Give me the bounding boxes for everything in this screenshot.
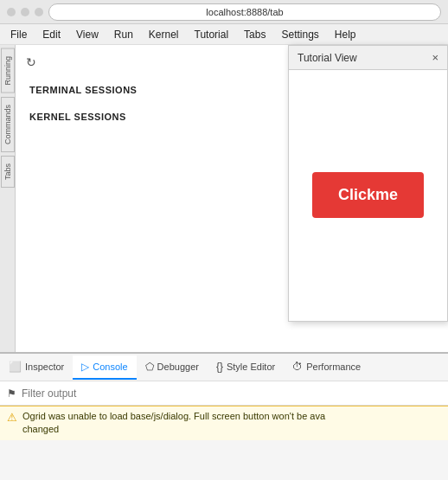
devtools-tabs-bar: ⬜ Inspector ▷ Console ⬠ Debugger {} Styl… — [0, 354, 448, 381]
console-message: Ogrid was unable to load base/js/dialog.… — [22, 410, 325, 437]
menu-view[interactable]: View — [69, 27, 106, 42]
sidebar-running[interactable]: Running — [1, 48, 15, 93]
filter-output-input[interactable] — [22, 387, 441, 400]
menu-bar: File Edit View Run Kernel Tutorial Tabs … — [0, 24, 448, 45]
menu-run[interactable]: Run — [107, 27, 140, 42]
kernel-sessions-label: KERNEL SESSIONS — [29, 112, 126, 122]
style-editor-icon: {} — [216, 361, 223, 373]
tab-performance-label: Performance — [306, 362, 361, 372]
devtools-panel: ⬜ Inspector ▷ Console ⬠ Debugger {} Styl… — [0, 352, 448, 440]
tab-console-label: Console — [93, 362, 127, 372]
tab-style-editor[interactable]: {} Style Editor — [208, 355, 284, 380]
filter-icon: ⚑ — [7, 387, 16, 400]
menu-tabs[interactable]: Tabs — [237, 27, 272, 42]
tab-console[interactable]: ▷ Console — [73, 355, 136, 380]
browser-btn-1 — [7, 8, 16, 16]
clickme-button[interactable]: Clickme — [312, 172, 424, 218]
address-bar[interactable]: localhost:8888/tab — [48, 3, 441, 21]
menu-file[interactable]: File — [3, 27, 34, 42]
warning-icon: ⚠ — [7, 411, 17, 424]
debugger-icon: ⬠ — [145, 361, 154, 373]
tab-debugger-label: Debugger — [157, 362, 199, 372]
main-area: Running Commands Tabs ↻ TERMINAL SESSION… — [0, 45, 448, 352]
tutorial-title: Tutorial View — [298, 52, 357, 64]
console-output-warning: ⚠ Ogrid was unable to load base/js/dialo… — [0, 406, 448, 440]
tab-performance[interactable]: ⏱ Performance — [284, 355, 369, 380]
console-message-line1: Ogrid was unable to load base/js/dialog.… — [22, 411, 325, 421]
sidebar-tabs[interactable]: Tabs — [1, 156, 15, 188]
inspector-icon: ⬜ — [9, 361, 22, 373]
browser-chrome: localhost:8888/tab — [0, 0, 448, 24]
console-icon: ▷ — [81, 361, 89, 373]
menu-settings[interactable]: Settings — [274, 27, 325, 42]
menu-tutorial[interactable]: Tutorial — [188, 27, 236, 42]
tutorial-close-button[interactable]: × — [432, 51, 438, 64]
tab-style-editor-label: Style Editor — [227, 362, 275, 372]
console-message-line2: changed — [22, 424, 59, 434]
tab-inspector[interactable]: ⬜ Inspector — [0, 355, 73, 380]
browser-btn-2 — [21, 8, 29, 16]
console-filter-bar: ⚑ — [0, 381, 448, 406]
tutorial-body: Clickme — [289, 70, 447, 319]
menu-kernel[interactable]: Kernel — [142, 27, 186, 42]
tab-debugger[interactable]: ⬠ Debugger — [137, 355, 208, 380]
sidebar-commands[interactable]: Commands — [1, 97, 15, 152]
sidebar: Running Commands Tabs — [0, 45, 16, 352]
menu-edit[interactable]: Edit — [35, 27, 67, 42]
terminal-sessions-label: TERMINAL SESSIONS — [29, 85, 137, 95]
browser-btn-3 — [35, 8, 43, 16]
tutorial-header: Tutorial View × — [289, 46, 447, 70]
address-text: localhost:8888/tab — [206, 7, 283, 17]
menu-help[interactable]: Help — [328, 27, 363, 42]
refresh-button[interactable]: ↻ — [26, 55, 36, 69]
tutorial-view-panel: Tutorial View × Clickme — [288, 45, 448, 322]
tab-inspector-label: Inspector — [25, 362, 64, 372]
performance-icon: ⏱ — [292, 361, 303, 373]
